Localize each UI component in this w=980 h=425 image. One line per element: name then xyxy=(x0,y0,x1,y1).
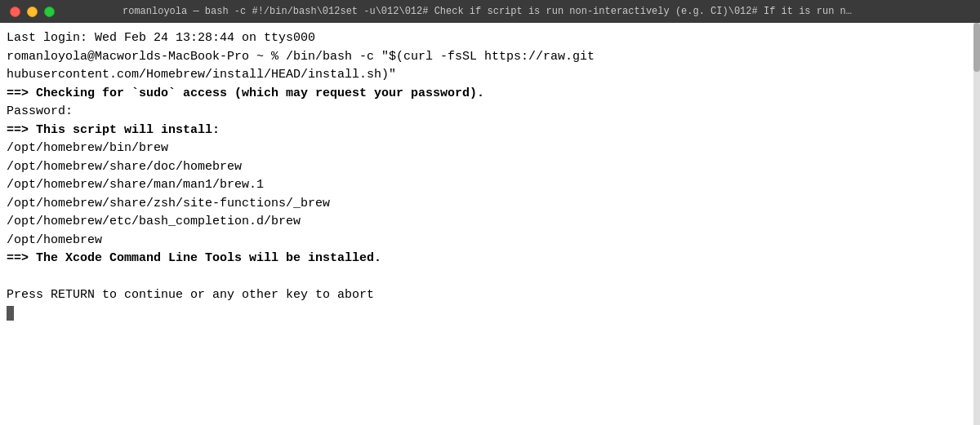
terminal-line-blank xyxy=(7,268,973,287)
terminal-line: romanloyola@Macworlds-MacBook-Pro ~ % /b… xyxy=(7,48,973,67)
maximize-button[interactable] xyxy=(44,7,55,17)
terminal-line-password: Password: xyxy=(7,103,973,122)
terminal-line: /opt/homebrew/etc/bash_completion.d/brew xyxy=(7,213,973,232)
arrow-icon: ==> xyxy=(7,123,29,137)
terminal-line-checking: ==> Checking for `sudo` access (which ma… xyxy=(7,85,973,104)
arrow-icon: ==> xyxy=(7,251,29,265)
title-bar: romanloyola — bash -c #!/bin/bash\012set… xyxy=(0,0,980,23)
terminal-cursor xyxy=(7,306,14,321)
terminal-line: /opt/homebrew/share/man/man1/brew.1 xyxy=(7,176,973,195)
window: romanloyola — bash -c #!/bin/bash\012set… xyxy=(0,0,980,425)
close-button[interactable] xyxy=(10,7,20,17)
terminal-line: hubusercontent.com/Homebrew/install/HEAD… xyxy=(7,66,973,85)
terminal-line-xcode: ==> The Xcode Command Line Tools will be… xyxy=(7,250,973,268)
terminal-cursor-line xyxy=(7,305,973,324)
terminal-line: Last login: Wed Feb 24 13:28:44 on ttys0… xyxy=(7,29,973,48)
scrollbar-thumb[interactable] xyxy=(973,23,980,72)
terminal-line-install: ==> This script will install: xyxy=(7,122,973,140)
terminal-line: /opt/homebrew xyxy=(7,232,973,250)
title-bar-text: romanloyola — bash -c #!/bin/bash\012set… xyxy=(122,6,858,17)
scrollbar[interactable] xyxy=(973,23,980,425)
arrow-icon: ==> xyxy=(7,86,29,100)
terminal-line: /opt/homebrew/share/zsh/site-functions/_… xyxy=(7,195,973,214)
terminal-body[interactable]: Last login: Wed Feb 24 13:28:44 on ttys0… xyxy=(0,23,980,425)
terminal-line: /opt/homebrew/share/doc/homebrew xyxy=(7,158,973,177)
terminal-line: /opt/homebrew/bin/brew xyxy=(7,139,973,158)
minimize-button[interactable] xyxy=(27,7,38,17)
terminal-line-press-return: Press RETURN to continue or any other ke… xyxy=(7,286,973,305)
